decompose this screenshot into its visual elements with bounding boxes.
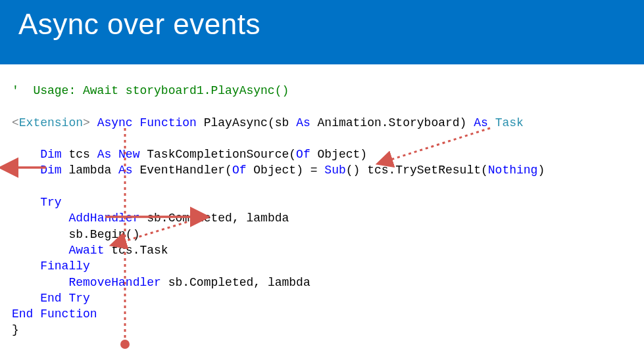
code-addhandler-args: sb.Completed, lambda [139, 212, 289, 225]
code-as-kw-2: As [474, 116, 488, 129]
code-removehandler-args: sb.Completed, lambda [161, 276, 310, 289]
code-of-kw-2: Of [232, 164, 247, 177]
code-await-expr: tcs.Task [104, 244, 168, 257]
code-async-kw: Async [97, 116, 133, 129]
code-end-kw-1: End [40, 292, 61, 305]
code-ext-close: > [83, 116, 90, 129]
svg-point-2 [120, 340, 130, 349]
code-sub-kw: Sub [324, 164, 345, 177]
code-of-kw-1: Of [296, 148, 310, 161]
code-finally-kw: Finally [40, 260, 90, 273]
code-obj-2: Object [247, 164, 297, 177]
code-removehandler-kw: RemoveHandler [68, 276, 161, 289]
code-try-word: Try [62, 292, 90, 305]
code-close-1: ) [360, 148, 367, 161]
code-function-kw: Function [139, 116, 196, 129]
code-comment: Usage: Await storyboard1.PlayAsync() [33, 84, 289, 97]
code-task-type: Task [495, 116, 524, 129]
slide-title: Async over events [18, 8, 626, 41]
code-tcs-decl: tcs [62, 148, 97, 161]
code-func-name: PlayAsync(sb [197, 116, 296, 129]
code-addhandler-kw: AddHandler [68, 212, 139, 225]
title-bar: Async over events [0, 0, 644, 64]
code-new-kw: New [118, 148, 139, 161]
code-eh-type: EventHandler( [133, 164, 232, 177]
code-as-kw-3: As [97, 148, 112, 161]
code-comment-prefix: ' [12, 84, 33, 97]
code-nothing-kw: Nothing [488, 164, 538, 177]
code-function-word: Function [33, 307, 97, 321]
code-close-2: ) [537, 164, 545, 177]
code-storyboard-type: Animation.Storyboard) [310, 116, 474, 129]
code-await-kw: Await [68, 244, 104, 257]
code-as-kw-4: As [118, 164, 133, 177]
code-end-kw-2: End [12, 307, 33, 321]
code-lambda-body: () tcs.TrySetResult( [346, 164, 488, 177]
code-lambda-decl: lambda [62, 164, 118, 177]
code-as-kw-1: As [296, 116, 310, 129]
code-dim-kw-1: Dim [40, 148, 61, 161]
code-block: ' Usage: Await storyboard1.PlayAsync() <… [0, 64, 644, 338]
code-try-kw: Try [40, 196, 61, 209]
code-ext-name: Extension [19, 116, 83, 129]
code-obj-1: Object [310, 148, 360, 161]
code-begin-call: sb.Begin() [68, 228, 139, 241]
code-ext-open: < [12, 116, 19, 129]
code-eq-sub: ) = [296, 164, 324, 177]
code-brace-close: } [12, 323, 19, 336]
code-tcs-type: TaskCompletionSource( [139, 148, 296, 161]
code-dim-kw-2: Dim [40, 164, 61, 177]
